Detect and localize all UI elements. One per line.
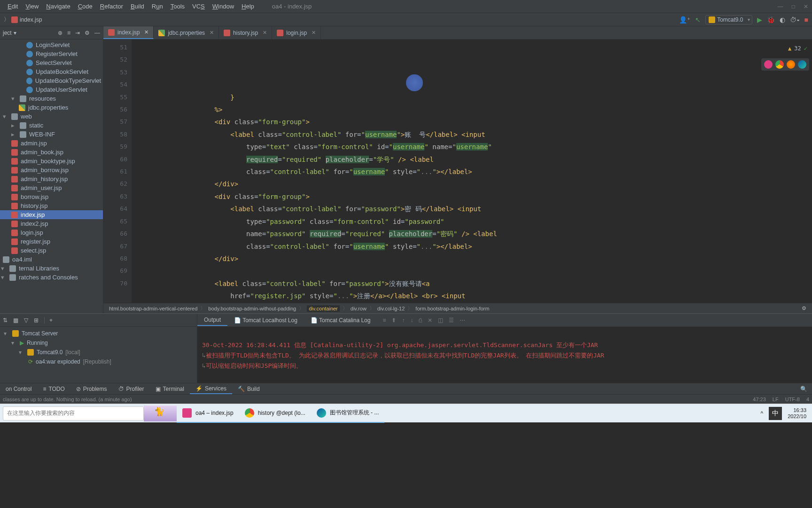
windows-search-box[interactable]: 在这里输入你要搜索的内容 — [3, 406, 144, 421]
catalina-log-tab[interactable]: 📄 Tomcat Catalina Log — [304, 315, 377, 325]
editor-content[interactable]: 5152535455565758596061626364656667686970… — [103, 40, 812, 303]
tree-item-registerservlet[interactable]: RegisterServlet — [0, 49, 103, 58]
tree-item-oa4-iml[interactable]: oa4.iml — [0, 255, 103, 264]
menu-build[interactable]: Build — [127, 1, 148, 12]
tree-item-static[interactable]: ▸static — [0, 121, 103, 130]
localhost-log-tab[interactable]: 📄 Tomcat Localhost Log — [227, 315, 304, 325]
problems-tab[interactable]: ⊘ Problems — [70, 384, 113, 394]
profiler-tab[interactable]: ⏱ Profiler — [113, 384, 150, 394]
todo-tab[interactable]: ≡ TODO — [37, 384, 70, 394]
menu-refactor[interactable]: Refactor — [96, 1, 127, 12]
maximize-icon[interactable]: □ — [792, 3, 795, 10]
search-icon[interactable]: 🔍 — [800, 386, 812, 392]
chrome-icon[interactable] — [775, 60, 784, 69]
menu-help[interactable]: Help — [238, 1, 258, 12]
filter-icon[interactable]: ▽ — [24, 317, 28, 324]
stop-button[interactable]: ■ — [804, 16, 808, 24]
split-icon[interactable]: ◫ — [438, 317, 443, 324]
tab-close-icon[interactable]: ✕ — [263, 30, 267, 36]
breadcrumb-segment[interactable]: form.bootstrap-admin-login-form — [415, 306, 489, 311]
add-user-icon[interactable]: 👤⁺ — [679, 16, 690, 24]
breadcrumb-segment[interactable]: div.row — [351, 306, 367, 311]
editor-tab-jdbc-properties[interactable]: jdbc.properties✕ — [154, 26, 219, 39]
artifact-node[interactable]: ⟳ oa4:war exploded [Republish] — [0, 357, 197, 366]
version-control-tab[interactable]: on Control — [0, 384, 37, 394]
tree-item-updatebooktypeservlet[interactable]: UpdateBookTypeServlet — [0, 76, 103, 85]
minimize-icon[interactable]: — — [778, 3, 783, 10]
tree-item-admin_borrow-jsp[interactable]: admin_borrow.jsp — [0, 166, 103, 175]
scroll-top-icon[interactable]: ⬆ — [391, 317, 396, 324]
breadcrumb-segment[interactable]: body.bootstrap-admin-without-padding — [208, 306, 296, 311]
tree-item-resources[interactable]: ▾resources — [0, 94, 103, 103]
tree-item-ratches-and-consoles[interactable]: ▾ratches and Consoles — [0, 273, 103, 282]
more-icon[interactable]: ⋯ — [460, 317, 465, 324]
edge-icon[interactable] — [798, 60, 806, 69]
taskbar-app-chrome[interactable]: history @dept (lo... — [239, 404, 311, 423]
scroll-down-icon[interactable]: ↓ — [410, 317, 413, 324]
tray-chevron-icon[interactable]: ^ — [761, 410, 764, 417]
hide-icon[interactable]: — — [94, 30, 100, 36]
print-icon[interactable]: ⎙ — [419, 317, 422, 324]
ime-indicator[interactable]: 中 — [769, 407, 782, 420]
taskbar-widget[interactable] — [144, 405, 177, 421]
group-icon[interactable]: ▦ — [13, 317, 18, 324]
tree-item-jdbc-properties[interactable]: jdbc.properties — [0, 103, 103, 112]
taskbar-app-ij[interactable]: oa4 – index.jsp — [177, 404, 239, 423]
firefox-icon[interactable] — [787, 60, 795, 69]
menu-window[interactable]: Window — [209, 1, 238, 12]
run-config-selector[interactable]: Tomcat9.0 — [705, 15, 752, 24]
tree-item-admin_history-jsp[interactable]: admin_history.jsp — [0, 175, 103, 183]
encoding[interactable]: UTF-8 — [785, 397, 800, 402]
tree-item-admin_user-jsp[interactable]: admin_user.jsp — [0, 183, 103, 192]
tree-item-admin_booktype-jsp[interactable]: admin_booktype.jsp — [0, 157, 103, 166]
tree-item-updateuserservlet[interactable]: UpdateUserServlet — [0, 85, 103, 94]
tree-item-loginservlet[interactable]: LoginServlet — [0, 40, 103, 49]
tree-item-selectservlet[interactable]: SelectServlet — [0, 58, 103, 67]
clear-icon[interactable]: ✕ — [428, 317, 432, 324]
warnings-indicator[interactable]: ▲ 32 ✓ — [788, 42, 807, 55]
breadcrumb-segment[interactable]: div.col-lg-12 — [377, 306, 405, 311]
tree-item-ternal-libraries[interactable]: ▾ternal Libraries — [0, 264, 103, 273]
build-tab[interactable]: 🔨 Build — [232, 384, 265, 394]
expand-all-icon[interactable]: ⇅ — [3, 317, 8, 324]
breadcrumb-settings-icon[interactable]: ⚙ — [802, 305, 806, 311]
locate-icon[interactable]: ⊕ — [58, 30, 62, 36]
project-dropdown-icon[interactable]: ▾ — [14, 30, 16, 36]
run-button[interactable]: ▶ — [757, 16, 762, 24]
services-tab[interactable]: ⚡ Services — [190, 384, 232, 394]
breadcrumb-segment[interactable]: html.bootstrap-admin-vertical-centered — [109, 306, 197, 311]
tree-item-login-jsp[interactable]: login.jsp — [0, 228, 103, 237]
menu-edit[interactable]: Edit — [4, 1, 22, 12]
expand-icon[interactable]: ≡ — [67, 30, 70, 36]
tab-close-icon[interactable]: ✕ — [144, 29, 148, 35]
soft-wrap-icon[interactable]: ≡ — [383, 317, 386, 324]
tree-item-updatebookservlet[interactable]: UpdateBookServlet — [0, 67, 103, 76]
cursor-position[interactable]: 47:23 — [753, 397, 766, 402]
tray-date[interactable]: 2022/10 — [788, 413, 806, 420]
tree-item-index-jsp[interactable]: index.jsp — [0, 210, 103, 219]
tab-close-icon[interactable]: ✕ — [312, 30, 316, 36]
tomcat-server-node[interactable]: ▾ Tomcat Server — [0, 329, 197, 338]
coverage-button[interactable]: ◐ — [780, 16, 785, 24]
tray-time[interactable]: 16:33 — [788, 407, 806, 413]
layout-icon[interactable]: ⊞ — [34, 317, 39, 324]
intellij-icon[interactable] — [764, 60, 773, 69]
hammer-icon[interactable]: ↖ — [695, 16, 701, 24]
tree-item-web[interactable]: ▾web — [0, 112, 103, 121]
terminal-tab[interactable]: ▣ Terminal — [150, 384, 190, 394]
menu-vcs[interactable]: VCS — [188, 1, 209, 12]
scroll-up-icon[interactable]: ↑ — [402, 317, 405, 324]
collapse-icon[interactable]: ⇥ — [75, 30, 80, 36]
menu-navigate[interactable]: Navigate — [42, 1, 74, 12]
menu-tools[interactable]: Tools — [167, 1, 188, 12]
add-service-icon[interactable]: + — [44, 317, 53, 324]
output-tab[interactable]: Output — [197, 315, 227, 326]
editor-tab-history-jsp[interactable]: history.jsp✕ — [219, 26, 272, 39]
breadcrumb[interactable]: 〉 index.jsp — [4, 16, 42, 24]
code-area[interactable]: ▲ 32 ✓ } %> <div class="form-group"> — [132, 40, 812, 303]
project-tree[interactable]: LoginServletRegisterServletSelectServlet… — [0, 40, 103, 313]
running-node[interactable]: ▾ ▶ Running — [0, 338, 197, 348]
tree-item-borrow-jsp[interactable]: borrow.jsp — [0, 192, 103, 201]
tree-item-register-jsp[interactable]: register.jsp — [0, 237, 103, 246]
tab-close-icon[interactable]: ✕ — [210, 30, 214, 36]
